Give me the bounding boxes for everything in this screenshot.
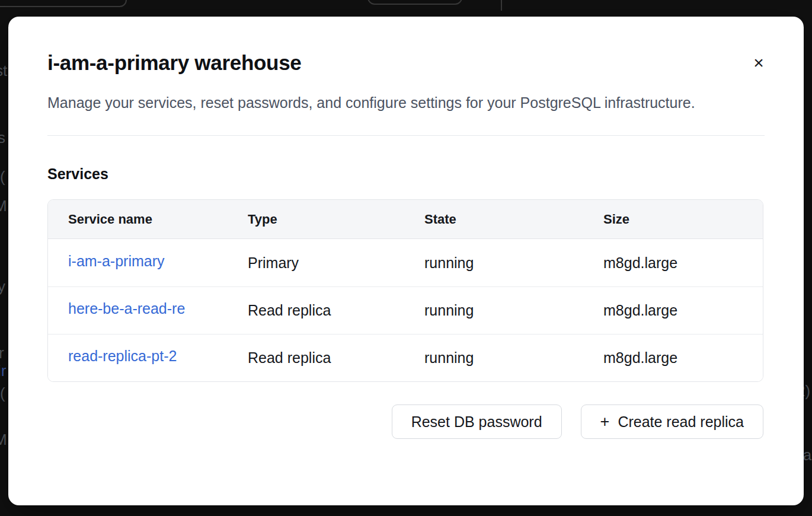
services-heading: Services — [47, 165, 765, 183]
close-icon[interactable]: × — [746, 50, 772, 76]
background-text-fragment: r — [0, 344, 4, 362]
background-divider — [501, 0, 502, 11]
create-read-replica-button[interactable]: + Create read replica — [581, 404, 763, 439]
plus-icon: + — [600, 414, 610, 430]
service-name-cell: i-am-a-primary — [48, 253, 248, 273]
dialog-description: Manage your services, reset passwords, a… — [47, 90, 723, 115]
service-state: running — [424, 302, 603, 319]
dialog-footer: Reset DB password + Create read replica — [47, 404, 763, 439]
service-size: m8gd.large — [603, 254, 763, 272]
service-type: Read replica — [248, 302, 424, 319]
divider — [47, 135, 765, 136]
reset-db-password-label: Reset DB password — [411, 413, 542, 431]
service-name-link[interactable]: i-am-a-primary — [68, 253, 165, 270]
warehouse-dialog: i-am-a-primary warehouse × Manage your s… — [8, 17, 804, 505]
table-header-row: Service name Type State Size — [48, 200, 763, 239]
dialog-header: i-am-a-primary warehouse × — [47, 51, 765, 75]
services-table: Service name Type State Size i-am-a-prim… — [47, 199, 763, 382]
service-state: running — [424, 349, 603, 367]
service-name-link[interactable]: read-replica-pt-2 — [68, 348, 177, 365]
table-row: here-be-a-read-reRead replicarunningm8gd… — [48, 286, 763, 334]
column-header-state: State — [424, 212, 603, 227]
background-text-fragment: ( — [0, 384, 5, 402]
background-button-outline — [0, 0, 127, 7]
column-header-size: Size — [603, 212, 763, 227]
column-header-service-name: Service name — [48, 212, 248, 227]
service-name-cell: here-be-a-read-re — [48, 300, 248, 321]
reset-db-password-button[interactable]: Reset DB password — [392, 404, 562, 439]
service-state: running — [424, 254, 603, 272]
dialog-title: i-am-a-primary warehouse — [47, 51, 765, 75]
background-text-fragment: y — [0, 278, 5, 295]
background-text-fragment: s — [0, 129, 5, 146]
service-size: m8gd.large — [603, 349, 763, 367]
service-type: Primary — [248, 254, 424, 272]
background-text-fragment: ir — [0, 362, 6, 380]
table-row: i-am-a-primaryPrimaryrunningm8gd.large — [48, 239, 763, 286]
background-text-fragment: st — [0, 62, 7, 79]
service-size: m8gd.large — [603, 302, 763, 319]
table-row: read-replica-pt-2Read replicarunningm8gd… — [48, 334, 763, 381]
background-text-fragment: ( — [0, 168, 5, 186]
service-name-cell: read-replica-pt-2 — [48, 348, 248, 368]
column-header-type: Type — [248, 212, 424, 227]
table-body: i-am-a-primaryPrimaryrunningm8gd.largehe… — [48, 239, 763, 381]
create-read-replica-label: Create read replica — [618, 413, 744, 431]
service-name-link[interactable]: here-be-a-read-re — [68, 300, 185, 317]
background-button-outline — [367, 0, 462, 5]
service-type: Read replica — [248, 349, 424, 367]
